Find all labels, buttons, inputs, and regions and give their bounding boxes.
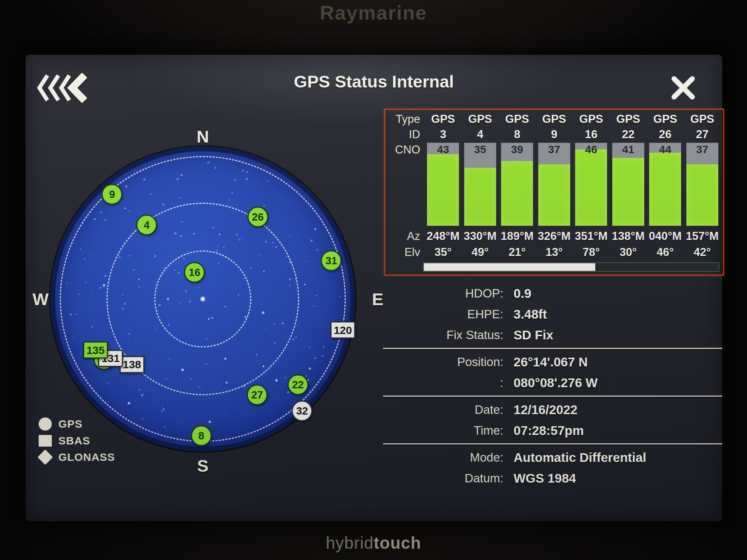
cno-bar-fill — [575, 149, 607, 226]
footer-logo-light: hybrid — [326, 533, 374, 552]
cno-bar-fill — [501, 161, 533, 226]
sat-id: 27 — [684, 128, 721, 141]
close-icon — [670, 76, 696, 100]
info-divider — [383, 348, 722, 349]
sat-elevation: 78° — [573, 246, 610, 259]
satellite-8: 8 — [191, 425, 212, 446]
type-row: Type GPSGPSGPSGPSGPSGPSGPSGPS — [387, 112, 721, 127]
satellite-16: 16 — [184, 262, 205, 283]
page-title: GPS Status Internal — [26, 71, 722, 92]
cno-bar-sat-3: 43 — [427, 143, 459, 226]
elv-row-label: Elv — [387, 246, 425, 259]
sat-azimuth: 157°M — [684, 230, 721, 243]
sat-type: GPS — [684, 113, 721, 126]
cno-bar-sat-8: 39 — [501, 143, 533, 226]
sat-id: 9 — [536, 128, 573, 141]
info-label: EHPE: — [383, 307, 503, 321]
sat-elevation: 42° — [684, 246, 721, 259]
info-row: :080°08'.276 W — [383, 372, 722, 393]
sat-elevation: 30° — [610, 246, 647, 259]
info-value: SD Fix — [514, 328, 553, 342]
satellite-27: 27 — [247, 385, 268, 405]
legend-label: GLONASS — [58, 451, 115, 463]
elv-row: Elv 35°49°21°13°78°30°46°42° — [387, 244, 721, 260]
info-row: Time:07:28:57pm — [383, 420, 722, 441]
satellite-135: 135 — [83, 342, 108, 359]
brand-logo: Raymarine — [0, 1, 747, 24]
info-label: Time: — [383, 424, 503, 438]
satellite-26: 26 — [247, 206, 268, 227]
sat-type: GPS — [573, 113, 610, 126]
sat-azimuth: 138°M — [610, 230, 647, 243]
square-icon — [39, 435, 52, 447]
table-scrollbar[interactable] — [423, 262, 719, 272]
cno-value: 35 — [464, 143, 496, 156]
table-scrollbar-thumb[interactable] — [424, 263, 595, 271]
sky-plot-disc: 942631161201381311352227328 — [55, 151, 351, 447]
cno-row-label: CNO — [387, 143, 425, 156]
info-value: 3.48ft — [514, 307, 547, 322]
sat-id: 8 — [499, 128, 536, 141]
satellite-table: Type GPSGPSGPSGPSGPSGPSGPSGPS ID 3489162… — [384, 109, 724, 276]
info-label: Position: — [383, 355, 503, 369]
type-row-label: Type — [387, 113, 425, 126]
sat-elevation: 21° — [499, 246, 536, 259]
cardinal-west: W — [32, 289, 49, 309]
cno-bar-fill — [464, 168, 496, 226]
sat-elevation: 46° — [647, 246, 684, 259]
sat-azimuth: 326°M — [536, 230, 573, 243]
fix-info-panel: HDOP:0.9EHPE:3.48ftFix Status:SD FixPosi… — [383, 283, 722, 489]
sat-azimuth: 248°M — [425, 230, 462, 243]
info-divider — [383, 443, 722, 444]
az-row: Az 248°M330°M189°M326°M351°M138°M040°M15… — [387, 228, 721, 244]
cno-value: 37 — [538, 143, 570, 156]
sat-elevation: 35° — [425, 246, 462, 259]
sat-type: GPS — [499, 113, 536, 126]
info-label: Datum: — [383, 471, 503, 485]
cno-bar-sat-22: 41 — [612, 143, 645, 226]
satellite-sky-plot: 942631161201381311352227328 N S E W — [55, 151, 351, 447]
sat-id: 3 — [425, 128, 462, 141]
cno-bar-sat-4: 35 — [464, 143, 496, 226]
sat-azimuth: 189°M — [499, 230, 536, 243]
az-row-label: Az — [387, 230, 425, 243]
footer-logo-bold: touch — [374, 533, 421, 552]
sat-type: GPS — [425, 113, 462, 126]
info-label: Date: — [383, 403, 503, 417]
sat-type: GPS — [536, 113, 573, 126]
legend-item-gps: GPS — [39, 417, 115, 431]
info-label: HDOP: — [383, 287, 503, 300]
cno-bar-sat-9: 37 — [538, 143, 570, 226]
cno-bar-sat-27: 37 — [686, 143, 719, 226]
cno-bar-fill — [538, 164, 570, 226]
satellite-31: 31 — [321, 250, 342, 271]
satellite-138: 138 — [120, 356, 144, 373]
info-value: 12/16/2022 — [514, 402, 577, 417]
legend-item-glonass: GLONASS — [39, 451, 115, 463]
info-divider — [383, 396, 722, 397]
cardinal-south: S — [197, 456, 208, 476]
id-row-label: ID — [387, 128, 425, 141]
legend-label: GPS — [58, 418, 82, 430]
circle-icon — [39, 417, 52, 431]
sat-azimuth: 330°M — [462, 230, 499, 243]
cardinal-north: N — [197, 127, 209, 147]
sat-type: GPS — [610, 113, 647, 126]
info-value: 07:28:57pm — [514, 423, 584, 438]
sat-elevation: 49° — [462, 246, 499, 259]
info-row: HDOP:0.9 — [383, 283, 722, 304]
info-row: Fix Status:SD Fix — [383, 324, 722, 345]
cno-value: 41 — [612, 143, 644, 156]
close-button[interactable] — [670, 76, 696, 100]
cno-value: 43 — [427, 143, 459, 156]
cno-row: CNO 4335393746414437 — [387, 143, 721, 226]
info-row: Date:12/16/2022 — [383, 399, 722, 420]
cno-value: 44 — [649, 143, 681, 156]
info-row: Position:26°14'.067 N — [383, 351, 722, 372]
cno-bar-sat-26: 44 — [649, 143, 681, 226]
sat-type: GPS — [647, 113, 684, 126]
sat-azimuth: 040°M — [647, 230, 684, 243]
info-value: 0.9 — [514, 286, 531, 301]
satellite-legend: GPSSBASGLONASS — [39, 417, 115, 467]
info-label: : — [383, 376, 503, 390]
